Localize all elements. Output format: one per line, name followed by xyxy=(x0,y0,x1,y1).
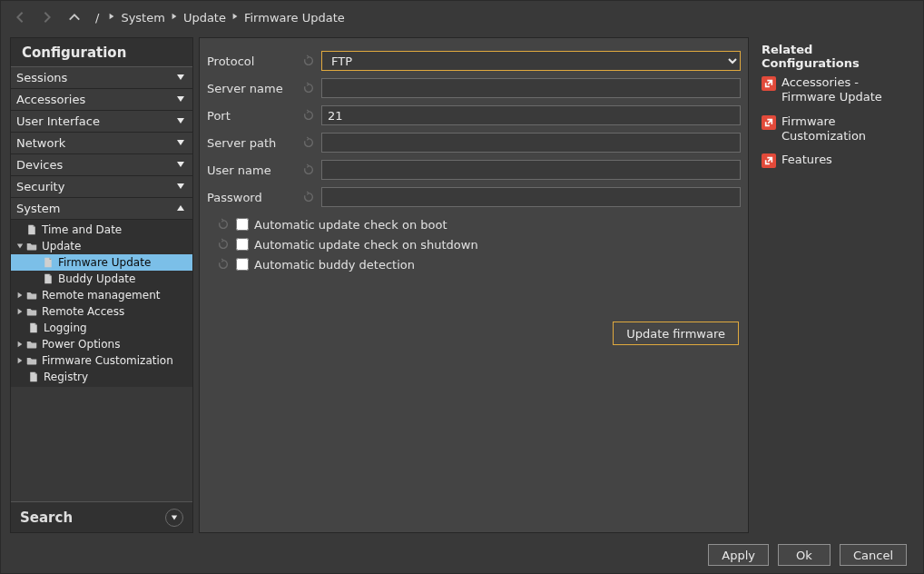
tree-label: Remote management xyxy=(42,289,161,302)
page-icon xyxy=(42,257,54,268)
search-expand-button[interactable] xyxy=(165,509,183,527)
chevron-right-icon xyxy=(231,12,239,24)
reset-icon[interactable] xyxy=(301,81,316,95)
nav-back-button[interactable] xyxy=(8,6,32,28)
sidebar-title: Configuration xyxy=(11,38,192,67)
related-configurations: Related Configurations Accessories - Fir… xyxy=(754,37,914,533)
twisty-closed-icon[interactable] xyxy=(15,292,25,299)
folder-icon xyxy=(25,306,38,317)
nav-forward-button[interactable] xyxy=(35,6,59,28)
auto-update-shutdown-checkbox[interactable] xyxy=(236,238,249,251)
user-name-label: User name xyxy=(207,163,296,177)
twisty-closed-icon[interactable] xyxy=(15,308,25,315)
tree-firmware-customization[interactable]: Firmware Customization xyxy=(11,352,192,369)
related-label: Accessories - Firmware Update xyxy=(781,75,907,105)
tree-firmware-update[interactable]: Firmware Update xyxy=(11,254,192,271)
sidebar: Configuration Sessions Accessories User … xyxy=(10,37,193,533)
auto-buddy-label: Automatic buddy detection xyxy=(254,258,415,272)
sidebar-cat-security[interactable]: Security xyxy=(11,176,192,198)
tree-update[interactable]: Update xyxy=(11,238,192,254)
search-bar[interactable]: Search xyxy=(11,501,192,532)
twisty-closed-icon[interactable] xyxy=(15,357,25,364)
tree-power-options[interactable]: Power Options xyxy=(11,336,192,352)
reset-icon[interactable] xyxy=(301,135,316,150)
sidebar-cat-user-interface[interactable]: User Interface xyxy=(11,111,192,133)
reset-icon[interactable] xyxy=(216,257,231,272)
chevron-down-icon xyxy=(176,114,185,128)
page-icon xyxy=(27,322,40,333)
tree-label: Time and Date xyxy=(42,223,122,236)
reset-icon[interactable] xyxy=(216,217,231,232)
password-label: Password xyxy=(207,191,296,204)
breadcrumb-update[interactable]: Update xyxy=(183,11,226,25)
related-title: Related Configurations xyxy=(762,43,907,70)
auto-update-boot-label: Automatic update check on boot xyxy=(254,218,447,232)
tree-time-and-date[interactable]: Time and Date xyxy=(11,222,192,238)
page-icon xyxy=(27,371,40,382)
folder-icon xyxy=(25,355,38,366)
sidebar-cat-accessories[interactable]: Accessories xyxy=(11,89,192,111)
server-name-input[interactable] xyxy=(321,78,741,98)
tree-label: Remote Access xyxy=(42,305,124,318)
tree-logging[interactable]: Logging xyxy=(11,320,192,336)
nav-up-button[interactable] xyxy=(63,6,86,28)
twisty-closed-icon[interactable] xyxy=(15,341,25,348)
tree-remote-management[interactable]: Remote management xyxy=(11,287,192,303)
protocol-select[interactable]: FTP xyxy=(321,51,741,71)
cat-label: Sessions xyxy=(16,71,67,84)
cat-label: Network xyxy=(16,136,65,150)
cat-label: User Interface xyxy=(16,114,100,128)
tree-label: Registry xyxy=(44,371,88,383)
breadcrumb: / System Update Firmware Update xyxy=(95,11,345,25)
chevron-right-icon xyxy=(171,12,178,24)
system-tree: Time and Date Update Firmware Update Bud… xyxy=(11,220,192,387)
cat-label: Accessories xyxy=(16,93,85,106)
reset-icon[interactable] xyxy=(301,54,316,68)
update-firmware-button[interactable]: Update firmware xyxy=(613,322,739,345)
related-item-features[interactable]: Features xyxy=(762,153,907,168)
sidebar-cat-network[interactable]: Network xyxy=(11,133,192,154)
related-item-firmware-customization[interactable]: Firmware Customization xyxy=(762,114,907,144)
svg-marker-4 xyxy=(172,13,176,18)
chevron-down-icon xyxy=(176,180,185,193)
tree-label: Firmware Customization xyxy=(42,354,173,367)
user-name-input[interactable] xyxy=(321,160,741,180)
page-icon xyxy=(42,273,54,284)
folder-icon xyxy=(25,290,38,301)
tree-remote-access[interactable]: Remote Access xyxy=(11,303,192,320)
reset-icon[interactable] xyxy=(301,190,316,204)
ok-button[interactable]: Ok xyxy=(778,544,831,566)
port-input[interactable] xyxy=(321,105,741,125)
server-path-input[interactable] xyxy=(321,133,741,153)
folder-icon xyxy=(25,339,38,350)
auto-buddy-checkbox[interactable] xyxy=(236,258,249,271)
breadcrumb-root[interactable]: / xyxy=(95,11,103,25)
server-path-label: Server path xyxy=(207,136,296,150)
tree-label: Logging xyxy=(44,322,87,334)
tree-registry[interactable]: Registry xyxy=(11,369,192,385)
chevron-up-icon xyxy=(176,202,185,215)
twisty-open-icon[interactable] xyxy=(15,242,25,250)
breadcrumb-system[interactable]: System xyxy=(121,11,164,25)
folder-icon xyxy=(25,241,38,252)
cat-label: Security xyxy=(16,180,64,193)
reset-icon[interactable] xyxy=(301,163,316,177)
related-item-accessories-firmware[interactable]: Accessories - Firmware Update xyxy=(762,75,907,105)
auto-update-boot-checkbox[interactable] xyxy=(236,218,249,231)
reset-icon[interactable] xyxy=(216,237,231,252)
auto-update-shutdown-label: Automatic update check on shutdown xyxy=(254,238,478,252)
password-input[interactable] xyxy=(321,187,741,207)
cancel-button[interactable]: Cancel xyxy=(840,544,907,566)
sidebar-cat-devices[interactable]: Devices xyxy=(11,154,192,176)
chevron-right-icon xyxy=(108,12,115,24)
port-label: Port xyxy=(207,109,296,123)
sidebar-cat-sessions[interactable]: Sessions xyxy=(11,67,192,89)
sidebar-cat-system[interactable]: System xyxy=(11,198,192,220)
apply-button[interactable]: Apply xyxy=(708,544,769,566)
page-icon xyxy=(25,224,38,235)
tree-buddy-update[interactable]: Buddy Update xyxy=(11,271,192,287)
breadcrumb-firmware-update[interactable]: Firmware Update xyxy=(244,11,345,25)
external-link-icon xyxy=(762,76,776,91)
svg-marker-5 xyxy=(233,13,238,18)
reset-icon[interactable] xyxy=(301,108,316,123)
